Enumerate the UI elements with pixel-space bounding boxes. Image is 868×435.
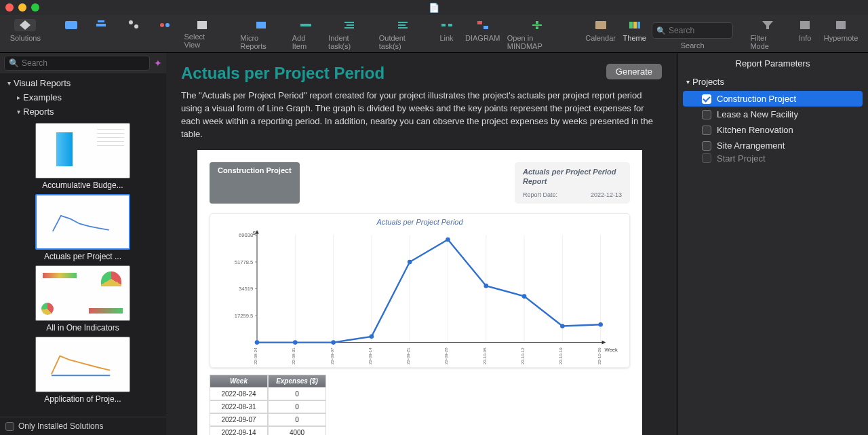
theme-button[interactable]: Theme xyxy=(619,19,650,42)
tree-reports[interactable]: ▾Reports xyxy=(1,105,165,119)
view-icon-1 xyxy=(64,19,79,31)
diagram-button[interactable]: DIAGRAM xyxy=(462,19,503,42)
chevron-down-icon: ▾ xyxy=(683,78,692,86)
solutions-button[interactable]: Solutions xyxy=(7,19,44,42)
thumb-actuals-per-project[interactable]: Actuals per Project ... xyxy=(35,194,130,261)
sidebar-search[interactable]: 🔍 xyxy=(4,56,150,71)
svg-rect-10 xyxy=(300,24,311,26)
checkbox-icon[interactable] xyxy=(702,153,711,163)
filter-button[interactable]: Filter Mode xyxy=(746,19,789,50)
theme-icon xyxy=(627,19,642,31)
doc-icon: 📄 xyxy=(429,3,439,13)
svg-text:51778.5: 51778.5 xyxy=(235,259,254,265)
hypernote-icon xyxy=(833,19,848,31)
report-canvas: Construction Project Actuals per Project… xyxy=(197,150,642,435)
checkbox-icon[interactable] xyxy=(702,110,711,119)
calendar-button[interactable]: Calendar xyxy=(583,19,619,42)
checkbox-icon[interactable] xyxy=(702,126,711,135)
svg-point-64 xyxy=(598,322,603,327)
select-view-4[interactable] xyxy=(149,19,180,31)
view-icon-3 xyxy=(126,19,141,31)
filter-icon xyxy=(760,19,775,31)
project-item[interactable]: Kitchen Renovation xyxy=(683,122,863,138)
toolbar-search[interactable]: 🔍 xyxy=(652,22,733,39)
svg-text:2022-09-28: 2022-09-28 xyxy=(443,347,448,364)
solutions-icon xyxy=(14,19,36,31)
toolbar-search-input[interactable] xyxy=(669,26,723,35)
svg-rect-8 xyxy=(197,21,207,29)
svg-text:2022-09-21: 2022-09-21 xyxy=(406,347,410,364)
line-chart: 17259.53451951778.5690382022-08-242022-0… xyxy=(217,229,623,364)
mindmap-icon xyxy=(530,19,545,31)
table-row: 2022-09-070 xyxy=(210,413,630,426)
svg-rect-2 xyxy=(96,24,106,26)
outdent-button[interactable]: Outdent task(s) xyxy=(375,19,431,50)
checkbox-icon[interactable] xyxy=(702,94,711,104)
report-description: The "Actuals per Project Period" report … xyxy=(181,90,662,140)
project-item[interactable]: Lease a New Facility xyxy=(683,107,863,122)
sidebar-search-input[interactable] xyxy=(22,58,145,68)
project-item[interactable]: Site Arrangement xyxy=(683,138,863,153)
svg-rect-13 xyxy=(477,21,482,24)
svg-point-58 xyxy=(370,334,374,339)
generate-button[interactable]: Generate xyxy=(606,64,662,79)
chevron-right-icon: ▸ xyxy=(14,94,23,101)
info-button[interactable]: Info xyxy=(789,19,821,42)
svg-point-55 xyxy=(255,340,260,345)
select-view-3[interactable] xyxy=(118,19,149,31)
chart-title: Actuals per Project Period xyxy=(217,218,623,226)
svg-text:2022-09-14: 2022-09-14 xyxy=(368,347,372,364)
svg-point-5 xyxy=(134,24,138,29)
add-item-icon xyxy=(298,19,313,31)
svg-text:Week: Week xyxy=(604,347,618,353)
project-pill: Construction Project xyxy=(210,162,300,203)
search-tool[interactable]: 🔍 Search xyxy=(650,19,735,50)
view-icon-5 xyxy=(195,19,210,31)
svg-point-62 xyxy=(522,294,527,299)
chevron-down-icon: ▾ xyxy=(4,79,14,87)
tree-visual-reports[interactable]: ▾Visual Reports xyxy=(1,76,165,90)
project-item[interactable]: Start Project xyxy=(683,153,863,163)
window-minimize[interactable] xyxy=(18,3,26,12)
checkbox-icon[interactable] xyxy=(702,141,711,151)
window-zoom[interactable] xyxy=(31,3,39,12)
svg-rect-19 xyxy=(800,21,810,29)
svg-rect-14 xyxy=(484,26,488,29)
select-view-2[interactable] xyxy=(87,19,118,31)
search-icon: 🔍 xyxy=(9,58,19,68)
window-close[interactable] xyxy=(5,3,14,12)
select-view-label: Select View xyxy=(184,33,221,49)
svg-point-61 xyxy=(484,284,488,288)
micro-reports-button[interactable]: Micro Reports xyxy=(236,19,288,50)
only-installed-toggle[interactable]: Only Installed Solutions xyxy=(0,417,166,435)
checkbox-icon[interactable] xyxy=(5,422,14,431)
hypernote-button[interactable]: Hypernote xyxy=(821,19,861,42)
chevron-down-icon: ▾ xyxy=(14,108,23,115)
indent-button[interactable]: Indent task(s) xyxy=(324,19,375,50)
solutions-label: Solutions xyxy=(10,34,41,42)
thumb-application[interactable]: Application of Proje... xyxy=(35,337,130,404)
svg-text:2022-09-07: 2022-09-07 xyxy=(330,347,334,364)
col-expenses: Expenses ($) xyxy=(268,375,326,387)
add-item-button[interactable]: Add Item xyxy=(288,19,324,50)
svg-point-60 xyxy=(446,237,450,242)
tree-examples[interactable]: ▸Examples xyxy=(1,90,165,105)
svg-rect-17 xyxy=(633,22,637,29)
select-view-5[interactable]: Select View xyxy=(180,19,225,50)
micro-reports-icon xyxy=(254,19,269,31)
magic-wand-icon[interactable]: ✦ xyxy=(154,58,162,69)
info-icon xyxy=(797,19,812,31)
view-icon-4 xyxy=(157,19,172,31)
svg-rect-1 xyxy=(65,21,77,29)
select-view-1[interactable] xyxy=(56,19,87,31)
projects-section[interactable]: ▾ Projects xyxy=(683,74,863,90)
svg-rect-11 xyxy=(441,24,446,26)
svg-rect-12 xyxy=(448,24,452,26)
mindmap-button[interactable]: Open in MINDMAP xyxy=(503,19,571,50)
svg-text:2022-08-31: 2022-08-31 xyxy=(291,347,296,364)
link-button[interactable]: Link xyxy=(431,19,462,42)
thumb-all-in-one[interactable]: All in One Indicators xyxy=(35,265,130,333)
thumb-accumulative-budget[interactable]: Accumulative Budge... xyxy=(35,123,130,190)
project-item[interactable]: Construction Project xyxy=(683,91,863,107)
svg-text:2022-10-26: 2022-10-26 xyxy=(597,347,601,364)
